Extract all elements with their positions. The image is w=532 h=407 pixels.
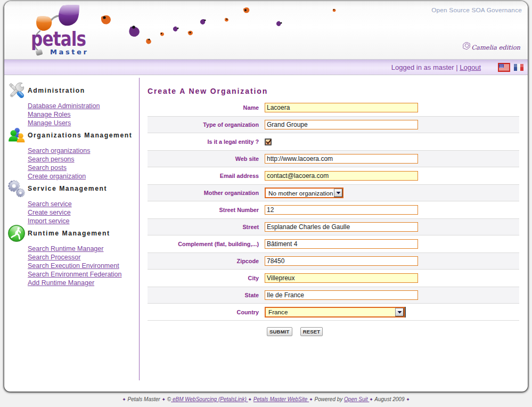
form-row-street-number: Street Number	[148, 201, 519, 218]
sidebar-link-search-runtime-manager[interactable]: Search Runtime Manager	[28, 245, 103, 253]
sidebar: Administration Database Administration M…	[4, 75, 139, 392]
sidebar-section-title: Administration	[28, 87, 85, 94]
login-status: Logged in as master |	[391, 63, 458, 71]
sidebar-links-administration: Database Administration Manage Roles Man…	[4, 101, 139, 127]
camelia-flower-icon	[462, 42, 471, 51]
country-select[interactable]: France	[265, 307, 405, 318]
street-input[interactable]	[265, 222, 418, 232]
footer: ✦ Petals Master ✦ © eBM WebSourcing (Pet…	[0, 396, 532, 402]
field-label: State	[148, 292, 261, 298]
form-row-city: City	[148, 270, 519, 287]
sidebar-link-database-administration[interactable]: Database Administration	[28, 102, 100, 110]
footer-link-website[interactable]: Petals Master WebSite	[253, 396, 309, 402]
sidebar-link-add-runtime-manager[interactable]: Add Runtime Manager	[28, 279, 94, 287]
tagline: Open Source SOA Governance	[431, 6, 522, 14]
web-site-input[interactable]	[265, 154, 418, 164]
sidebar-links-runtime: Search Runtime Manager Search Processor …	[4, 244, 139, 287]
sidebar-divider	[139, 78, 140, 380]
sidebar-link-search-persons[interactable]: Search persons	[28, 156, 75, 163]
field-label: Email address	[148, 173, 261, 179]
runner-icon	[8, 225, 25, 242]
form-row-zipcode: Zipcode	[148, 253, 519, 270]
topbar: Logged in as master | Logout	[4, 59, 528, 75]
field-label: Zipcode	[148, 258, 261, 264]
footer-app-name: Petals Master	[128, 396, 160, 402]
edition-label: Camelia edition	[462, 44, 520, 51]
sidebar-link-search-environment-federation[interactable]: Search Environment Federation	[28, 271, 121, 278]
field-label: Type of organization	[148, 121, 261, 128]
content: Administration Database Administration M…	[4, 75, 528, 392]
field-label: Web site	[148, 156, 261, 162]
name-input[interactable]	[265, 103, 418, 112]
page-title: Create A New Organization	[148, 87, 519, 96]
form-buttons: SUBMIT RESET	[148, 327, 519, 336]
petals-decoration	[4, 1, 356, 59]
sidebar-link-search-service[interactable]: Search service	[28, 200, 72, 208]
footer-link-ebm[interactable]: eBM WebSourcing (PetalsLink)	[171, 396, 248, 402]
form-row-complement: Complement (flat, building,...)	[148, 235, 519, 253]
create-organization-form: Name Type of organization Is it a legal …	[148, 99, 519, 336]
sidebar-section-runtime: Runtime Management	[4, 225, 139, 242]
sidebar-link-create-service[interactable]: Create service	[28, 209, 71, 216]
sidebar-section-title: Organizations Management	[28, 132, 132, 139]
sidebar-links-service: Search service Create service Import ser…	[4, 199, 139, 225]
footer-date: August 2009	[374, 396, 406, 402]
sidebar-link-search-organizations[interactable]: Search organizations	[28, 147, 90, 154]
footer-powered-by: Powered by	[314, 396, 342, 402]
dropdown-arrow-icon	[395, 308, 404, 316]
sidebar-section-service: Service Management	[4, 180, 139, 197]
dropdown-arrow-icon	[334, 189, 342, 197]
field-label: Street	[148, 224, 261, 230]
sidebar-link-create-organization[interactable]: Create organization	[28, 173, 86, 180]
form-row-email: Email address	[148, 167, 519, 184]
form-row-type-of-organization: Type of organization	[148, 116, 519, 133]
header: petals Master petals Master	[4, 1, 528, 59]
main-panel: Create A New Organization Name Type of o…	[139, 75, 528, 392]
sidebar-section-title: Service Management	[28, 185, 107, 192]
form-row-state: State	[148, 287, 519, 304]
logout-link[interactable]: Logout	[460, 63, 481, 71]
form-row-street: Street	[148, 218, 519, 235]
form-row-legal-entity: Is it a legal entity ?	[148, 133, 519, 150]
field-label: Mother organization	[148, 190, 261, 196]
field-label: Is it a legal entity ?	[148, 139, 261, 145]
email-input[interactable]	[265, 171, 418, 181]
state-input[interactable]	[265, 290, 418, 300]
submit-button[interactable]: SUBMIT	[267, 327, 292, 336]
gears-icon	[8, 180, 25, 197]
sidebar-link-search-processor[interactable]: Search Processor	[28, 254, 80, 261]
sidebar-link-search-posts[interactable]: Search posts	[28, 164, 67, 172]
zipcode-input[interactable]	[265, 256, 418, 266]
form-row-web-site: Web site	[148, 150, 519, 167]
type-of-organization-input[interactable]	[265, 120, 418, 129]
field-label: Complement (flat, building,...)	[148, 241, 261, 247]
sidebar-section-organizations: Organizations Management	[4, 127, 139, 144]
sidebar-link-manage-roles[interactable]: Manage Roles	[28, 111, 71, 118]
complement-input[interactable]	[265, 239, 418, 249]
city-input[interactable]	[265, 273, 418, 283]
sidebar-section-title: Runtime Management	[28, 230, 110, 237]
us-flag-icon[interactable]	[498, 63, 510, 72]
fr-flag-icon[interactable]	[514, 64, 523, 71]
tools-icon	[8, 82, 25, 99]
footer-link-opensuit[interactable]: Open Suit	[344, 396, 369, 402]
sidebar-link-import-service[interactable]: Import service	[28, 217, 70, 225]
form-row-mother-organization: Mother organization No mother organizati…	[148, 184, 519, 201]
sidebar-links-organizations: Search organizations Search persons Sear…	[4, 146, 139, 180]
people-icon	[8, 127, 25, 144]
form-row-name: Name	[148, 99, 519, 116]
sidebar-link-manage-users[interactable]: Manage Users	[28, 119, 71, 127]
field-label: City	[148, 275, 261, 281]
sidebar-section-administration: Administration	[4, 82, 139, 99]
field-label: Name	[148, 104, 261, 111]
mother-organization-select[interactable]: No mother organization	[265, 188, 343, 198]
street-number-input[interactable]	[265, 205, 418, 215]
sidebar-link-search-execution-environment[interactable]: Search Execution Environment	[28, 262, 119, 270]
field-label: Country	[148, 309, 261, 315]
legal-entity-checkbox[interactable]	[265, 139, 272, 145]
page-container: petals Master petals Master	[4, 1, 528, 392]
reset-button[interactable]: RESET	[300, 327, 323, 336]
form-row-country: Country France	[148, 304, 519, 321]
field-label: Street Number	[148, 207, 261, 213]
